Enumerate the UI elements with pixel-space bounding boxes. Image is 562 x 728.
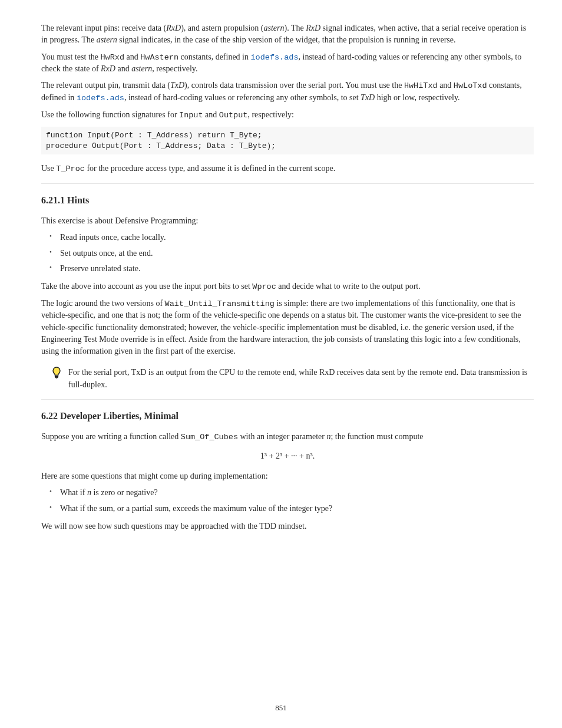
divider bbox=[41, 399, 534, 400]
file-link[interactable]: iodefs.ads bbox=[251, 53, 299, 62]
paragraph: Take the above into account as you use t… bbox=[41, 281, 534, 293]
paragraph: You must test the HwRxd and HwAstern con… bbox=[41, 51, 534, 75]
paragraph: Use the following function signatures fo… bbox=[41, 109, 534, 121]
section-heading-hints: 6.21.1 Hints bbox=[41, 193, 534, 207]
list-item: Preserve unrelated state. bbox=[49, 263, 534, 275]
divider bbox=[41, 183, 534, 184]
paragraph: We will now see how such questions may b… bbox=[41, 521, 534, 532]
code-block: function Input(Port : T_Address) return … bbox=[41, 127, 534, 154]
paragraph: The relevant input pins: receive data (R… bbox=[41, 22, 534, 47]
tip-text: For the serial port, TxD is an output fr… bbox=[68, 368, 527, 388]
svg-rect-1 bbox=[55, 377, 58, 378]
paragraph: Use T_Proc for the procedure access type… bbox=[41, 163, 534, 175]
bullet-list: Read inputs once, cache locally. Set out… bbox=[41, 232, 534, 275]
paragraph: The relevant output pin, transmit data (… bbox=[41, 80, 534, 104]
list-item: Set outputs once, at the end. bbox=[49, 248, 534, 259]
tip-callout: For the serial port, TxD is an output fr… bbox=[41, 367, 534, 391]
paragraph: This exercise is about Defensive Program… bbox=[41, 215, 534, 227]
lightbulb-icon bbox=[52, 367, 61, 383]
section-heading-dev-liberties: 6.22 Developer Liberties, Minimal bbox=[41, 409, 534, 423]
paragraph: Here are some questions that might come … bbox=[41, 470, 534, 482]
bullet-list: What if n is zero or negative? What if t… bbox=[41, 487, 534, 515]
list-item: What if the sum, or a partial sum, excee… bbox=[49, 503, 534, 515]
paragraph: The logic around the two versions of Wai… bbox=[41, 298, 534, 358]
list-item: What if n is zero or negative? bbox=[49, 487, 534, 499]
page-number: 851 bbox=[0, 703, 562, 714]
paragraph: Suppose you are writing a function calle… bbox=[41, 431, 534, 443]
file-link[interactable]: iodefs.ads bbox=[77, 94, 124, 103]
list-item: Read inputs once, cache locally. bbox=[49, 232, 534, 243]
formula: 1³ + 2³ + ··· + n³. bbox=[41, 450, 534, 462]
